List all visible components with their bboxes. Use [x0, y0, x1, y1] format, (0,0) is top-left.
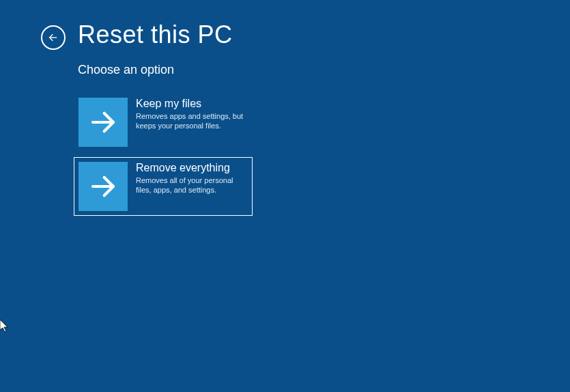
option-text: Keep my files Removes apps and settings,…: [128, 98, 245, 131]
option-remove-everything[interactable]: Remove everything Removes all of your pe…: [74, 157, 253, 216]
option-text: Remove everything Removes all of your pe…: [128, 162, 245, 195]
arrow-right-icon: [79, 162, 128, 211]
option-description: Removes apps and settings, but keeps you…: [136, 111, 245, 131]
option-description: Removes all of your personal files, apps…: [136, 176, 245, 195]
page-header: Reset this PC: [41, 20, 233, 49]
mouse-cursor-icon: [0, 320, 10, 333]
back-button[interactable]: [41, 25, 66, 50]
page-title: Reset this PC: [78, 20, 233, 49]
option-keep-my-files[interactable]: Keep my files Removes apps and settings,…: [74, 93, 253, 152]
option-title: Keep my files: [136, 98, 245, 110]
page-subtitle: Choose an option: [78, 63, 174, 77]
option-title: Remove everything: [136, 162, 245, 174]
back-arrow-icon: [48, 32, 59, 43]
arrow-right-icon: [79, 98, 128, 147]
options-list: Keep my files Removes apps and settings,…: [74, 93, 253, 221]
